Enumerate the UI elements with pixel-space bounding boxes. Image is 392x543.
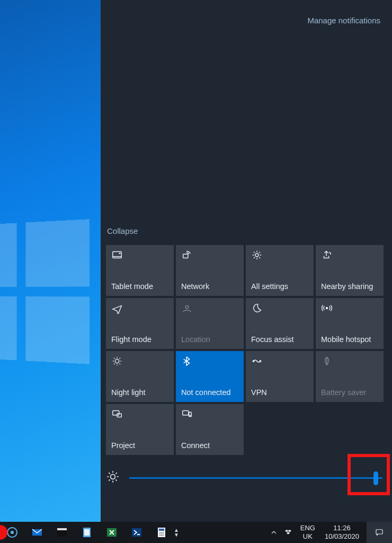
tile-battery-saver[interactable]: Battery saver <box>316 351 384 402</box>
quick-action-tiles: Tablet mode Network All settings Nearby … <box>106 245 387 455</box>
moon-icon <box>251 302 263 314</box>
tile-label: Project <box>111 441 168 450</box>
svg-rect-19 <box>57 528 67 530</box>
tile-label: Connect <box>181 441 238 450</box>
tray-dropbox-icon[interactable] <box>281 522 296 543</box>
svg-point-4 <box>185 305 189 309</box>
tile-night-light[interactable]: Night light <box>106 351 174 402</box>
brightness-thumb[interactable] <box>373 471 378 485</box>
tile-nearby-sharing[interactable]: Nearby sharing <box>316 245 384 296</box>
svg-rect-21 <box>84 529 90 536</box>
tile-bluetooth[interactable]: Not connected <box>176 351 244 402</box>
tile-label: Mobile hotspot <box>321 335 378 344</box>
tile-label: Network <box>181 282 238 291</box>
svg-rect-0 <box>113 252 122 258</box>
tile-all-settings[interactable]: All settings <box>246 245 314 296</box>
tile-label: Tablet mode <box>111 282 168 291</box>
share-icon <box>321 249 333 261</box>
tile-flight-mode[interactable]: Flight mode <box>106 298 174 349</box>
svg-point-27 <box>161 532 162 533</box>
svg-rect-32 <box>376 530 382 534</box>
project-icon <box>111 408 123 420</box>
svg-point-6 <box>115 359 119 363</box>
plane-icon <box>111 302 123 314</box>
tile-network[interactable]: Network <box>176 245 244 296</box>
tablet-icon <box>111 249 123 261</box>
clock-time: 11:26 <box>325 524 359 532</box>
language-code: ENG <box>300 524 315 532</box>
collapse-link[interactable]: Collapse <box>107 226 138 235</box>
svg-rect-9 <box>113 411 119 415</box>
svg-point-7 <box>253 361 254 362</box>
vpn-icon <box>251 355 263 367</box>
svg-point-31 <box>163 535 164 536</box>
tile-label: Focus assist <box>251 335 308 344</box>
language-region: UK <box>300 532 315 541</box>
tile-label: All settings <box>251 282 308 291</box>
taskbar-app-notepad[interactable] <box>75 522 99 543</box>
svg-point-26 <box>159 532 161 533</box>
tile-label: Not connected <box>181 388 238 397</box>
svg-point-30 <box>161 535 162 536</box>
svg-rect-2 <box>183 254 188 258</box>
tile-label: VPN <box>251 388 308 397</box>
brightness-slider[interactable] <box>129 477 382 479</box>
leaf-icon <box>321 355 333 367</box>
taskbar-overflow[interactable]: ▲▼ <box>174 522 179 543</box>
svg-point-5 <box>326 308 328 309</box>
taskbar-app-terminal[interactable] <box>50 522 74 543</box>
svg-point-28 <box>163 532 164 533</box>
taskbar-tray: ENG UK 11:26 10/03/2020 <box>266 522 392 543</box>
svg-point-8 <box>260 361 261 362</box>
bluetooth-icon <box>181 355 193 367</box>
tile-focus-assist[interactable]: Focus assist <box>246 298 314 349</box>
tile-label: Location <box>181 335 238 344</box>
tile-mobile-hotspot[interactable]: Mobile hotspot <box>316 298 384 349</box>
svg-point-3 <box>255 253 259 257</box>
action-center-panel: Manage notifications Collapse Tablet mod… <box>101 0 392 522</box>
tile-location[interactable]: Location <box>176 298 244 349</box>
svg-point-14 <box>111 475 115 479</box>
action-center-button[interactable] <box>367 522 392 543</box>
taskbar-pinned-apps: ▲▼ <box>0 522 179 543</box>
network-icon <box>181 249 193 261</box>
hotspot-icon <box>321 302 333 314</box>
tile-label: Night light <box>111 388 168 397</box>
tile-project[interactable]: Project <box>106 404 174 455</box>
taskbar-app-excel[interactable] <box>100 522 124 543</box>
svg-point-16 <box>11 531 14 534</box>
svg-rect-25 <box>159 529 164 531</box>
windows-logo <box>0 219 90 364</box>
tray-show-hidden[interactable] <box>266 522 281 543</box>
gear-icon <box>251 249 263 261</box>
brightness-row <box>106 465 387 491</box>
tile-label: Nearby sharing <box>321 282 378 291</box>
tile-tablet-mode[interactable]: Tablet mode <box>106 245 174 296</box>
connect-icon <box>181 408 193 420</box>
taskbar-app-calculator[interactable] <box>149 522 174 543</box>
nightlight-icon <box>111 355 123 367</box>
taskbar-app-mail[interactable] <box>25 522 49 543</box>
taskbar: ▲▼ ENG UK 11:26 10/03/2020 <box>0 522 392 543</box>
brightness-icon <box>106 470 120 486</box>
tile-connect[interactable]: Connect <box>176 404 244 455</box>
tile-label: Battery saver <box>321 388 378 397</box>
location-icon <box>181 302 193 314</box>
tile-label: Flight mode <box>111 335 168 344</box>
clock-date: 10/03/2020 <box>325 532 359 541</box>
svg-rect-11 <box>183 411 189 415</box>
tile-vpn[interactable]: VPN <box>246 351 314 402</box>
manage-notifications-link[interactable]: Manage notifications <box>307 16 380 25</box>
svg-point-1 <box>119 253 120 253</box>
taskbar-app-powershell[interactable] <box>124 522 149 543</box>
svg-point-29 <box>159 535 161 536</box>
svg-point-13 <box>190 415 190 416</box>
language-indicator[interactable]: ENG UK <box>296 524 319 541</box>
clock[interactable]: 11:26 10/03/2020 <box>319 524 364 541</box>
